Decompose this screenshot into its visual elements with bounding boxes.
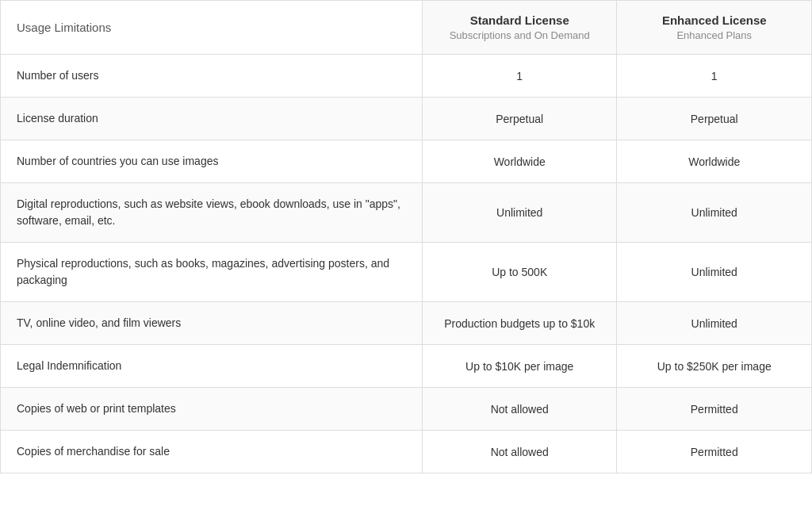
row-label: License duration xyxy=(1,98,423,140)
enhanced-license-header: Enhanced License Enhanced Plans xyxy=(617,1,812,55)
enhanced-value: Permitted xyxy=(617,431,812,473)
standard-value: Unlimited xyxy=(422,183,617,243)
row-label: Legal Indemnification xyxy=(1,345,423,388)
standard-value: Up to 500K xyxy=(422,243,617,302)
table-row: Physical reproductions, such as books, m… xyxy=(1,243,812,302)
usage-limitations-label: Usage Limitations xyxy=(17,21,111,34)
enhanced-value: 1 xyxy=(617,55,812,98)
row-label: TV, online video, and film viewers xyxy=(1,302,423,345)
row-label: Copies of web or print templates xyxy=(1,388,423,431)
enhanced-value: Unlimited xyxy=(617,183,812,243)
table-row: Copies of merchandise for saleNot allowe… xyxy=(1,431,812,473)
row-label: Copies of merchandise for sale xyxy=(1,431,423,473)
standard-value: Up to $10K per image xyxy=(422,345,617,388)
table-row: License durationPerpetualPerpetual xyxy=(1,98,812,140)
usage-limitations-header: Usage Limitations xyxy=(1,1,423,55)
enhanced-license-subtitle: Enhanced Plans xyxy=(633,29,795,41)
standard-value: Production budgets up to $10k xyxy=(422,302,617,345)
standard-value: Not allowed xyxy=(422,388,617,431)
table-row: Copies of web or print templatesNot allo… xyxy=(1,388,812,431)
row-label: Physical reproductions, such as books, m… xyxy=(1,243,423,302)
enhanced-value: Permitted xyxy=(617,388,812,431)
row-label: Number of users xyxy=(1,55,423,98)
enhanced-value: Unlimited xyxy=(617,302,812,345)
table-row: Legal IndemnificationUp to $10K per imag… xyxy=(1,345,812,388)
standard-value: 1 xyxy=(422,55,617,98)
standard-license-subtitle: Subscriptions and On Demand xyxy=(439,29,601,41)
standard-license-header: Standard License Subscriptions and On De… xyxy=(422,1,617,55)
table-row: TV, online video, and film viewersProduc… xyxy=(1,302,812,345)
standard-value: Not allowed xyxy=(422,431,617,473)
standard-value: Worldwide xyxy=(422,140,617,183)
enhanced-value: Worldwide xyxy=(617,140,812,183)
table-row: Number of users11 xyxy=(1,55,812,98)
standard-value: Perpetual xyxy=(422,98,617,140)
enhanced-license-title: Enhanced License xyxy=(633,13,795,27)
standard-license-title: Standard License xyxy=(439,13,601,27)
row-label: Digital reproductions, such as website v… xyxy=(1,183,423,243)
table-row: Number of countries you can use imagesWo… xyxy=(1,140,812,183)
enhanced-value: Perpetual xyxy=(617,98,812,140)
table-row: Digital reproductions, such as website v… xyxy=(1,183,812,243)
row-label: Number of countries you can use images xyxy=(1,140,423,183)
enhanced-value: Up to $250K per image xyxy=(617,345,812,388)
enhanced-value: Unlimited xyxy=(617,243,812,302)
license-comparison-table: Usage Limitations Standard License Subsc… xyxy=(0,0,812,473)
